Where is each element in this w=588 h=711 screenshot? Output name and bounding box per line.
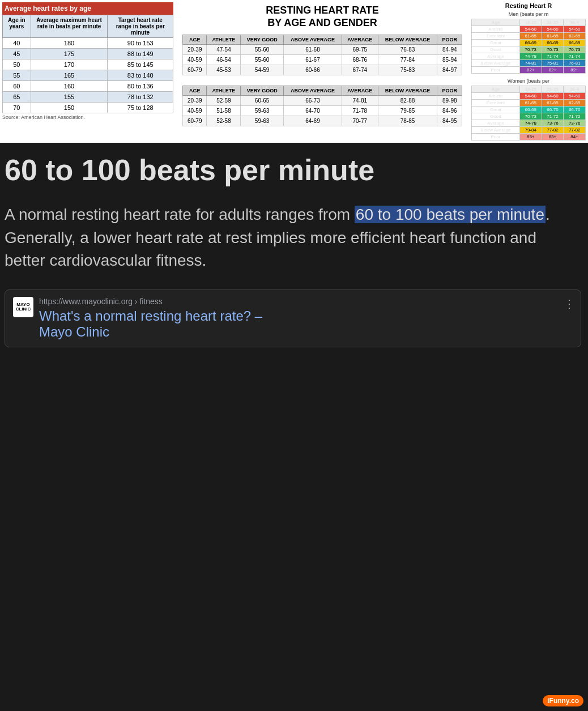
- top-images-section: Average heart rates by age Age in years …: [0, 0, 588, 143]
- source-info: https://www.mayoclinic.org › fitness Wha…: [39, 297, 573, 340]
- source-card[interactable]: MAYOCLINIC https://www.mayoclinic.org › …: [5, 289, 581, 347]
- color-row: Athlete 54-60 54-60 54-60: [472, 93, 586, 100]
- color-row: Poor 85+ 83+ 84+: [472, 134, 586, 141]
- color-chart-men: Age 18-25 26-35 36-4 Athlete 54-60 54-60…: [471, 19, 586, 74]
- table-row: 55 165 83 to 140: [3, 70, 173, 81]
- average-heart-rates-table: Average heart rates by age Age in years …: [2, 2, 173, 113]
- featured-answer-heading: 60 to 100 beats per minute: [5, 154, 581, 186]
- left-table-caption: Average heart rates by age: [2, 2, 173, 15]
- women-table-section: AGE ATHLETE VERY GOOD ABOVE AVERAGE AVER…: [182, 86, 462, 126]
- left-table-container: Average heart rates by age Age in years …: [0, 0, 176, 143]
- resting-title: RESTING HEART RATE BY AGE AND GENDER: [266, 5, 379, 29]
- table-row: 20-39 52-59 60-65 66-73 74-81 82-88 89-9…: [183, 96, 462, 106]
- table-row: 60-79 45-53 54-59 60-66 67-74 75-83 84-9…: [183, 65, 462, 75]
- middle-table-container: RESTING HEART RATE BY AGE AND GENDER AGE…: [176, 0, 469, 143]
- men-table-section: AGE ATHLETE VERY GOOD ABOVE AVERAGE AVER…: [182, 35, 462, 75]
- color-row: Great 66-69 66-69 66-69: [472, 40, 586, 46]
- table-row: 40-59 46-54 55-60 61-67 68-76 77-84 85-9…: [183, 55, 462, 65]
- source-attribution: Source: American Heart Association.: [2, 114, 173, 120]
- source-favicon: MAYOCLINIC: [13, 297, 33, 317]
- table-row: 70 150 75 to 128: [3, 103, 173, 113]
- color-row: Good 70-73 71-72 71-72: [472, 113, 586, 120]
- table-row: 40-59 51-58 59-63 64-70 71-78 79-85 84-9…: [183, 106, 462, 116]
- color-row: Below Average 79-84 77-82 77-82: [472, 127, 586, 134]
- source-url: https://www.mayoclinic.org › fitness: [39, 297, 573, 306]
- color-row: Below Average 74-81 75-81 76-81: [472, 60, 586, 67]
- table-row: 40 180 90 to 153: [3, 38, 173, 49]
- table-row: 60-79 52-58 59-63 64-69 70-77 78-85 84-9…: [183, 116, 462, 126]
- table-row: 20-39 47-54 55-60 61-68 69-75 76-83 84-9…: [183, 45, 462, 55]
- col-age: Age in years: [3, 15, 31, 38]
- color-row: Excellent 61-65 61-65 62-65: [472, 100, 586, 107]
- answer-text-before: A normal resting heart rate for adults r…: [5, 206, 355, 223]
- table-row: 65 155 78 to 132: [3, 92, 173, 103]
- answer-highlight: 60 to 100 beats per minute: [355, 206, 546, 223]
- color-row: Average 74-78 73-76 73-76: [472, 120, 586, 127]
- color-row: Athlete 54-60 54-60 54-60: [472, 26, 586, 33]
- color-row: Great 66-69 66-70 66-70: [472, 107, 586, 113]
- col-avg-max: Average maximum heart rate in beats per …: [31, 15, 108, 38]
- men-rhr-table: AGE ATHLETE VERY GOOD ABOVE AVERAGE AVER…: [182, 35, 462, 75]
- table-row: 60 160 80 to 136: [3, 81, 173, 92]
- women-rhr-table: AGE ATHLETE VERY GOOD ABOVE AVERAGE AVER…: [182, 86, 462, 126]
- color-row: Poor 82+ 82+ 82+: [472, 67, 586, 74]
- color-row: Excellent 61-65 61-65 62-65: [472, 33, 586, 40]
- right-chart-title: Resting Heart R: [471, 2, 586, 9]
- right-chart-men-subtitle: Men (beats per m: [471, 11, 586, 17]
- color-row: Average 74-78 71-74 71-74: [472, 53, 586, 60]
- answer-body: A normal resting heart rate for adults r…: [5, 203, 581, 273]
- color-chart-women: Age 18-25 26-35 36-4 Athlete 54-60 54-60…: [471, 86, 586, 141]
- more-options-button[interactable]: ⋮: [564, 297, 575, 310]
- right-chart-women-subtitle: Women (beats per: [471, 78, 586, 84]
- gender-tables: AGE ATHLETE VERY GOOD ABOVE AVERAGE AVER…: [182, 35, 462, 126]
- col-target: Target heart rate range in beats per min…: [108, 15, 173, 38]
- source-title[interactable]: What's a normal resting heart rate? –May…: [39, 308, 573, 340]
- table-row: 45 175 88 to 149: [3, 49, 173, 59]
- right-table-container: Resting Heart R Men (beats per m Age 18-…: [469, 0, 588, 143]
- color-row: Good 70-73 70-73 70-73: [472, 46, 586, 53]
- table-row: 50 170 85 to 145: [3, 59, 173, 70]
- main-content: 60 to 100 beats per minute A normal rest…: [0, 143, 588, 362]
